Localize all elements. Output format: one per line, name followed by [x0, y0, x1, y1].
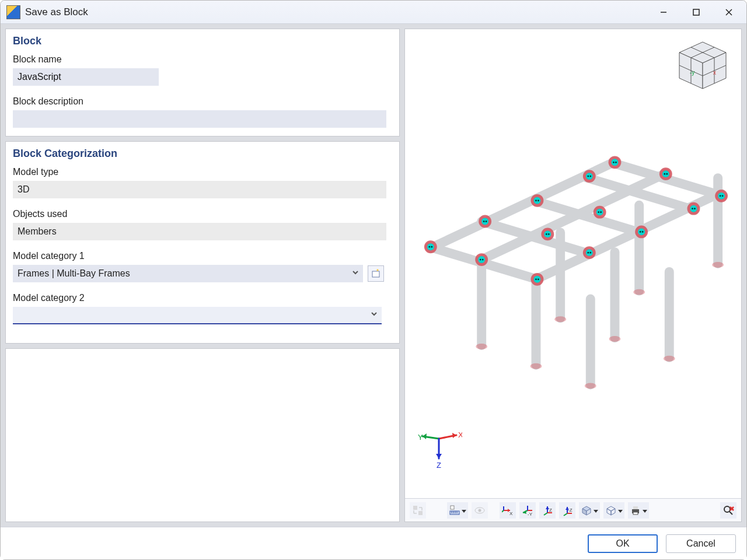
- ruler-dropdown-button[interactable]: [447, 502, 468, 519]
- svg-text:-Z: -Z: [568, 508, 573, 513]
- svg-line-98: [729, 512, 732, 514]
- maximize-button[interactable]: [680, 2, 713, 23]
- reset-zoom-button[interactable]: [720, 502, 736, 519]
- cancel-button[interactable]: Cancel: [666, 534, 736, 553]
- svg-marker-46: [452, 433, 456, 438]
- svg-marker-48: [423, 433, 427, 439]
- view-x-button[interactable]: X: [500, 502, 516, 519]
- category1-select[interactable]: Frames | Multi-Bay Frames: [13, 265, 363, 282]
- svg-marker-90: [607, 509, 611, 515]
- category1-value: Frames | Multi-Bay Frames: [18, 268, 130, 279]
- title-bar: Save as Block: [1, 1, 746, 24]
- svg-rect-1: [693, 9, 699, 15]
- svg-point-30: [609, 336, 621, 342]
- view-y-button[interactable]: -Y: [519, 502, 536, 519]
- svg-rect-54: [413, 506, 417, 510]
- chevron-down-icon: [351, 268, 359, 279]
- block-desc-input[interactable]: [13, 110, 386, 128]
- svg-point-28: [585, 383, 596, 388]
- block-panel: Block Block name Block description: [5, 29, 400, 136]
- svg-point-33: [712, 262, 724, 268]
- categorization-heading: Block Categorization: [13, 148, 392, 160]
- minimize-button[interactable]: [647, 2, 680, 23]
- preview-toolbar: X -Y Z -Z: [405, 498, 741, 522]
- left-column: Block Block name Block description Block…: [5, 29, 400, 522]
- dialog-window: Save as Block Block Block name Block des…: [0, 0, 747, 560]
- block-name-input[interactable]: [13, 68, 159, 86]
- svg-rect-95: [633, 512, 638, 514]
- objects-used-label: Objects used: [13, 209, 392, 219]
- content-area: Block Block name Block description Block…: [1, 24, 746, 527]
- categorization-panel: Block Categorization Model type 3D Objec…: [5, 141, 400, 344]
- empty-panel: [5, 348, 400, 522]
- svg-text:Z: Z: [437, 461, 441, 469]
- svg-line-83: [564, 513, 567, 516]
- svg-line-68: [502, 510, 504, 513]
- svg-marker-50: [436, 454, 442, 459]
- app-icon: [6, 5, 20, 19]
- model-type-label: Model type: [13, 167, 392, 177]
- view-neg-z-button[interactable]: -Z: [559, 502, 575, 519]
- svg-marker-91: [611, 509, 615, 515]
- category2-select[interactable]: [13, 307, 382, 324]
- chevron-down-icon: [370, 310, 378, 320]
- svg-rect-61: [451, 506, 454, 509]
- svg-text:x: x: [713, 69, 716, 76]
- dialog-footer: OK Cancel: [1, 527, 746, 559]
- new-item-icon: [371, 268, 381, 279]
- svg-rect-55: [418, 511, 423, 515]
- svg-point-29: [554, 316, 566, 322]
- view-z-button[interactable]: Z: [539, 502, 556, 519]
- axis-gizmo-icon: X Y Z: [416, 422, 462, 469]
- svg-point-26: [476, 344, 487, 349]
- svg-point-31: [664, 356, 675, 362]
- svg-rect-4: [372, 271, 379, 277]
- new-category-button[interactable]: [368, 265, 384, 282]
- window-title: Save as Block: [25, 6, 88, 18]
- print-dropdown-button[interactable]: [628, 502, 649, 519]
- preview-canvas[interactable]: x -y X Y Z: [405, 29, 741, 498]
- svg-text:Y: Y: [418, 433, 423, 442]
- model-type-field: 3D: [13, 181, 386, 198]
- swap-view-button: [410, 502, 426, 519]
- svg-point-97: [724, 506, 730, 512]
- svg-point-64: [479, 509, 481, 512]
- objects-used-field: Members: [13, 223, 386, 240]
- svg-rect-94: [633, 506, 638, 509]
- block-name-label: Block name: [13, 54, 392, 65]
- svg-marker-89: [607, 506, 615, 511]
- svg-text:-Y: -Y: [528, 512, 533, 516]
- svg-marker-5: [376, 269, 379, 271]
- svg-rect-56: [450, 511, 459, 514]
- svg-marker-92: [618, 510, 623, 513]
- svg-text:X: X: [458, 430, 462, 439]
- svg-marker-62: [462, 510, 466, 513]
- ok-button[interactable]: OK: [588, 534, 658, 553]
- svg-marker-96: [643, 510, 647, 513]
- bounding-box-dropdown-button[interactable]: [603, 502, 624, 519]
- category2-label: Model category 2: [13, 293, 392, 303]
- svg-text:-y: -y: [690, 69, 694, 76]
- category1-label: Model category 1: [13, 251, 392, 261]
- isometric-dropdown-button[interactable]: [579, 502, 600, 519]
- preview-panel: x -y X Y Z X -Y Z -Z: [404, 29, 742, 522]
- svg-text:Z: Z: [549, 508, 552, 513]
- svg-line-78: [544, 513, 547, 515]
- navigation-cube-icon[interactable]: x -y: [675, 37, 731, 93]
- svg-point-27: [530, 363, 542, 369]
- visibility-button: [472, 502, 488, 519]
- svg-text:X: X: [509, 511, 513, 516]
- block-heading: Block: [13, 35, 392, 47]
- close-button[interactable]: [713, 2, 745, 23]
- svg-marker-88: [594, 510, 598, 513]
- block-desc-label: Block description: [13, 96, 392, 107]
- svg-point-32: [633, 289, 645, 295]
